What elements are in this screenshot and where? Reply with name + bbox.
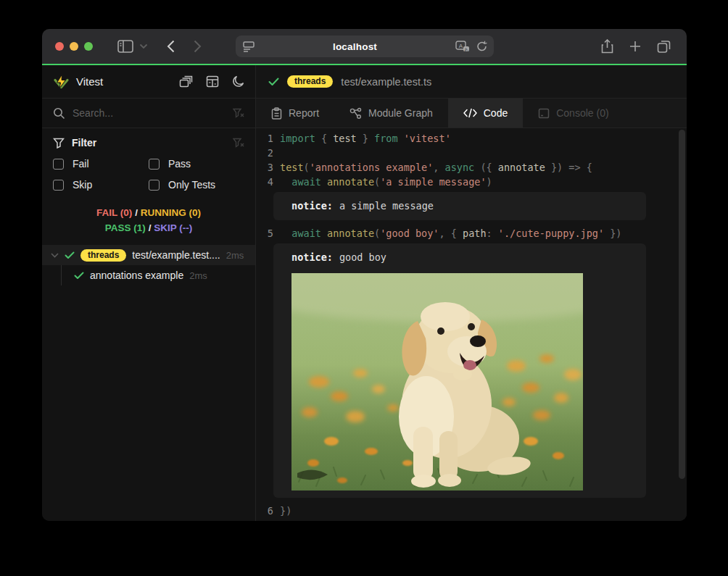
code-token bbox=[280, 176, 291, 188]
code-token bbox=[280, 228, 291, 239]
code-token: test bbox=[280, 162, 304, 173]
tab-report[interactable]: Report bbox=[256, 99, 334, 128]
new-tab-icon[interactable] bbox=[629, 41, 641, 52]
checkbox[interactable] bbox=[53, 180, 64, 191]
chevron-down-icon[interactable] bbox=[51, 253, 59, 258]
code-line: 6}) bbox=[256, 504, 687, 518]
pool-badge: threads bbox=[287, 75, 333, 88]
tab-code[interactable]: Code bbox=[448, 99, 523, 128]
checkbox[interactable] bbox=[53, 159, 64, 170]
code-token: , bbox=[433, 162, 444, 173]
report-icon bbox=[271, 107, 282, 120]
code-token: await bbox=[291, 228, 321, 239]
checkbox[interactable] bbox=[149, 180, 160, 191]
puppy-photo bbox=[291, 273, 583, 491]
sidebar-header: Vitest bbox=[42, 65, 255, 99]
main-panel: threads test/example.test.ts Report bbox=[256, 65, 687, 521]
filter-option-skip[interactable]: Skip bbox=[53, 179, 149, 191]
code-icon bbox=[463, 108, 477, 118]
svg-text:A: A bbox=[458, 42, 463, 49]
line-number: 7 bbox=[256, 518, 273, 521]
code-token: ({ bbox=[474, 162, 498, 173]
address-bar[interactable]: localhost A あ bbox=[236, 36, 494, 57]
reader-mode-icon[interactable] bbox=[242, 41, 255, 52]
test-case-row[interactable]: annotations example 2ms bbox=[42, 265, 255, 285]
line-number: 6 bbox=[256, 504, 273, 518]
code-token: annotate bbox=[327, 228, 374, 239]
code-token: annotate bbox=[498, 162, 545, 173]
panels-icon[interactable] bbox=[179, 75, 193, 88]
tab-console: Console (0) bbox=[523, 99, 624, 128]
dark-mode-moon-icon[interactable] bbox=[232, 75, 244, 88]
code-line: 7 bbox=[256, 518, 687, 521]
code-token bbox=[398, 133, 404, 144]
test-duration: 2ms bbox=[189, 270, 207, 281]
dashboard-icon[interactable] bbox=[206, 75, 219, 88]
code-token: ( bbox=[304, 162, 310, 173]
code-token: 'good boy' bbox=[380, 228, 439, 239]
clear-search-filter-icon[interactable] bbox=[233, 108, 244, 119]
scrollbar-thumb[interactable] bbox=[679, 130, 685, 479]
filter-option-pass[interactable]: Pass bbox=[149, 158, 244, 170]
code-token: './cute-puppy.jpg' bbox=[498, 228, 604, 239]
checkbox-label: Only Tests bbox=[168, 179, 215, 191]
pass-check-icon bbox=[65, 251, 75, 259]
filter-title: Filter bbox=[72, 137, 96, 149]
code-token: import bbox=[280, 133, 315, 144]
forward-button[interactable] bbox=[194, 40, 202, 53]
filter-section: Filter Fail Pass bbox=[42, 128, 255, 193]
code-text: }) bbox=[280, 504, 291, 518]
code-token: 'vitest' bbox=[404, 133, 451, 144]
code-token: ( bbox=[374, 228, 380, 239]
code-token bbox=[321, 228, 327, 239]
code-area[interactable]: 1import { test } from 'vitest'23test('an… bbox=[256, 128, 687, 521]
code-token: } bbox=[357, 133, 374, 144]
reload-icon[interactable] bbox=[476, 41, 487, 52]
tab-bar: Report Module Graph bbox=[256, 99, 687, 128]
close-window-button[interactable] bbox=[55, 42, 64, 51]
url-text[interactable]: localhost bbox=[255, 41, 455, 52]
code-token: path bbox=[463, 228, 487, 239]
test-file-row[interactable]: threads test/example.test.... 2ms bbox=[42, 245, 255, 265]
code-token: await bbox=[291, 176, 321, 188]
line-number: 2 bbox=[256, 146, 273, 160]
line-number: 3 bbox=[256, 160, 273, 175]
minimize-window-button[interactable] bbox=[70, 42, 78, 51]
code-token: : bbox=[487, 228, 498, 239]
code-token: ( bbox=[374, 176, 380, 188]
code-token: annotate bbox=[327, 176, 374, 188]
annotation-message: good boy bbox=[339, 251, 386, 263]
code-token: { bbox=[315, 133, 333, 144]
code-token: test bbox=[333, 133, 357, 144]
tab-overview-icon[interactable] bbox=[657, 40, 671, 53]
checkbox[interactable] bbox=[149, 159, 160, 170]
clear-filter-icon[interactable] bbox=[233, 138, 244, 149]
test-duration: 2ms bbox=[226, 250, 244, 261]
annotation-box: notice:good boy bbox=[273, 243, 646, 498]
sidebar: Vitest bbox=[42, 65, 256, 521]
fullscreen-window-button[interactable] bbox=[84, 42, 93, 51]
app-title: Vitest bbox=[76, 75, 166, 88]
code-line: 3test('annotations example', async ({ an… bbox=[256, 160, 687, 175]
search-input[interactable] bbox=[73, 107, 226, 119]
checkbox-label: Fail bbox=[73, 158, 89, 170]
skip-count: SKIP (--) bbox=[154, 222, 192, 233]
test-summary: FAIL (0) / RUNNING (0) PASS (1) / SKIP (… bbox=[42, 205, 255, 235]
annotation-message: a simple message bbox=[339, 200, 434, 212]
code-token: }) bbox=[280, 505, 291, 517]
sidebar-toggle-icon[interactable] bbox=[117, 40, 133, 53]
browser-titlebar: localhost A あ bbox=[42, 29, 687, 64]
code-line: 4 await annotate('a simple message') bbox=[256, 175, 687, 189]
filter-option-only-tests[interactable]: Only Tests bbox=[149, 179, 244, 191]
share-icon[interactable] bbox=[601, 39, 613, 54]
code-text: import { test } from 'vitest' bbox=[280, 131, 451, 146]
translate-icon[interactable]: A あ bbox=[455, 41, 470, 53]
chevron-down-icon[interactable] bbox=[139, 43, 148, 49]
code-token: }) => { bbox=[545, 162, 592, 173]
line-number: 5 bbox=[256, 226, 273, 241]
back-button[interactable] bbox=[167, 40, 175, 53]
pass-check-icon bbox=[74, 272, 84, 280]
tab-module-graph[interactable]: Module Graph bbox=[334, 99, 448, 128]
running-count: RUNNING (0) bbox=[141, 207, 201, 218]
filter-option-fail[interactable]: Fail bbox=[53, 158, 149, 170]
